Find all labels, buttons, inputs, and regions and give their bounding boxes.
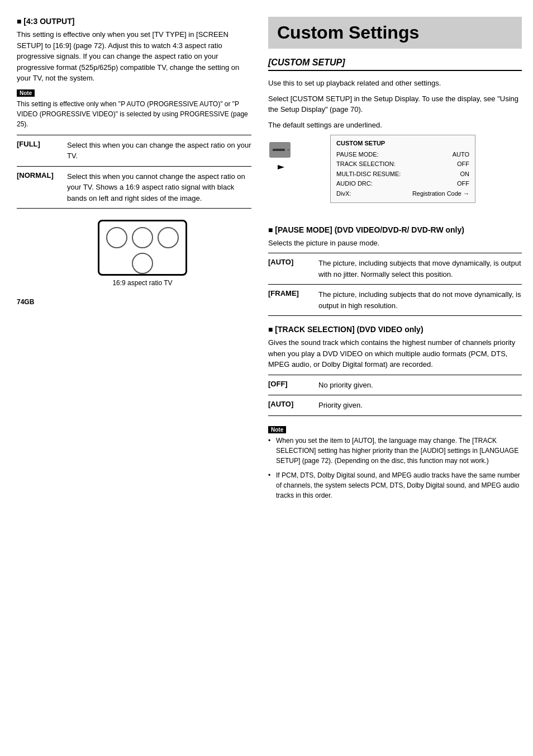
pause-def-desc-0: The picture, including subjects that mov… [318,258,522,280]
pause-def-term-1: [FRAME] [268,289,318,297]
cs-label-2: MULTI-DISC RESUME: [336,169,460,179]
left-def-table1: [FULL] Select this when you can change t… [17,135,251,209]
left-def-row-0: [FULL] Select this when you can change t… [17,135,251,167]
cs-label-4: DivX: [336,189,412,199]
cs-value-1: OFF [457,159,469,169]
cs-label-0: PAUSE MODE: [336,150,453,160]
setup-with-device: CUSTOM SETUP PAUSE MODE: AUTO TRACK SELE… [268,135,522,214]
device-icon [268,139,293,172]
right-note-label: Note [268,426,286,433]
pause-mode-title: ■ [PAUSE MODE] (DVD VIDEO/DVD-R/ DVD-RW … [268,225,522,234]
cs-title: CUSTOM SETUP [336,139,469,149]
right-intro2: Select [CUSTOM SETUP] in the Setup Displ… [268,93,522,115]
right-note-item-1: If PCM, DTS, Dolby Digital sound, and MP… [268,470,522,500]
track-def-term-0: [OFF] [268,380,318,388]
right-note-section: Note When you set the item to [AUTO], th… [268,425,522,500]
tv-circle-4 [132,253,153,274]
pause-def-row-1: [FRAME] The picture, including subjects … [268,285,522,316]
left-def-row-1: [NORMAL] Select this when you cannot cha… [17,167,251,209]
cs-row-3: AUDIO DRC: OFF [336,179,469,189]
note-label: Note [17,89,35,97]
pause-def-term-0: [AUTO] [268,258,318,266]
track-def-row-1: [AUTO] Priority given. [268,395,522,416]
dvd-device-svg [268,139,293,162]
cs-label-1: TRACK SELECTION: [336,159,457,169]
right-column: Custom Settings [CUSTOM SETUP] Use this … [263,17,522,739]
left-def-desc-1: Select this when you cannot change the a… [67,171,251,204]
track-def-desc-0: No priority given. [318,380,522,391]
cs-row-2: MULTI-DISC RESUME: ON [336,169,469,179]
left-note-text: This setting is effective only when "P A… [17,99,251,129]
track-sel-def-table: [OFF] No priority given. [AUTO] Priority… [268,375,522,416]
cs-value-3: OFF [457,179,469,189]
right-intro3: The default settings are underlined. [268,120,522,131]
left-def-term-1: [NORMAL] [17,171,67,179]
cs-row-0: PAUSE MODE: AUTO [336,150,469,160]
pause-mode-body: Selects the picture in pause mode. [268,238,522,249]
tv-image-container: 16:9 aspect ratio TV [34,220,251,287]
cs-value-2: ON [460,169,470,179]
page-number: 74GB [17,298,251,306]
track-def-term-1: [AUTO] [268,400,318,408]
pause-mode-def-table: [AUTO] The picture, including subjects t… [268,253,522,316]
tv-screen [98,220,187,276]
left-note-section: Note This setting is effective only when… [17,88,251,129]
cs-value-4: Registration Code → [412,189,469,199]
svg-marker-3 [278,165,284,169]
left-def-term-0: [FULL] [17,140,67,148]
sub-title: [CUSTOM SETUP] [268,58,522,71]
right-intro1: Use this to set up playback related and … [268,78,522,89]
track-selection-body: Gives the sound track which contains the… [268,337,522,370]
custom-setup-box: CUSTOM SETUP PAUSE MODE: AUTO TRACK SELE… [330,135,475,203]
pause-def-desc-1: The picture, including subjects that do … [318,289,522,311]
cs-row-1: TRACK SELECTION: OFF [336,159,469,169]
page: ■ [4:3 OUTPUT] This setting is effective… [0,0,533,756]
cs-label-3: AUDIO DRC: [336,179,457,189]
tv-circle-3 [158,227,179,248]
arrow-right-icon [277,163,285,172]
cs-row-4: DivX: Registration Code → [336,189,469,199]
left-section1-body1: This setting is effective only when you … [17,29,251,84]
track-def-desc-1: Priority given. [318,400,522,411]
pause-def-row-0: [AUTO] The picture, including subjects t… [268,253,522,285]
left-section1-title: ■ [4:3 OUTPUT] [17,17,251,26]
tv-circle-1 [106,227,127,248]
track-selection-title: ■ [TRACK SELECTION] (DVD VIDEO only) [268,325,522,334]
svg-rect-2 [287,149,289,150]
tv-caption: 16:9 aspect ratio TV [112,279,172,287]
left-column: ■ [4:3 OUTPUT] This setting is effective… [17,17,263,739]
tv-circle-2 [132,227,153,248]
track-def-row-0: [OFF] No priority given. [268,375,522,396]
cs-value-0: AUTO [453,150,469,160]
right-note-item-0: When you set the item to [AUTO], the lan… [268,436,522,466]
main-title: Custom Settings [268,17,522,49]
left-def-desc-0: Select this when you can change the aspe… [67,140,251,162]
right-note-list: When you set the item to [AUTO], the lan… [268,436,522,500]
svg-rect-1 [273,149,285,151]
